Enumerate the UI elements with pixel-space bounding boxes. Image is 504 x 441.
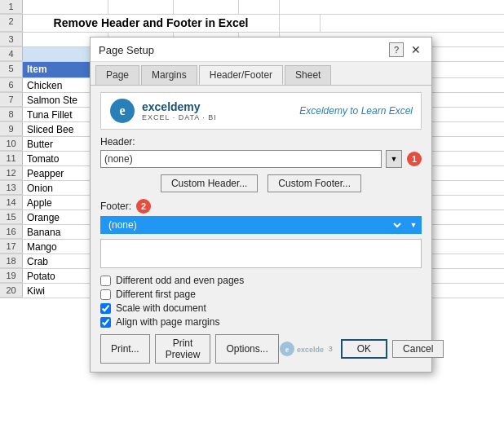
header-section: Header: (none) ▼ 1 [100,136,422,168]
bottom-left-buttons: Print... Print Preview Options... [100,334,279,364]
header-select-row: (none) ▼ 1 [100,150,422,168]
bottom-buttons: Print... Print Preview Options... e exce… [100,334,422,364]
logo-tagline: EXCEL · DATA · BI [142,113,217,121]
footer-select[interactable]: (none) [100,216,405,234]
checkbox-odd-even-input[interactable] [100,276,111,286]
footer-section: Footer: 2 (none) ▼ [100,199,422,234]
ok-button[interactable]: OK [341,339,387,359]
dialog-tabs: Page Margins Header/Footer Sheet [91,62,431,86]
row-num: 5 [0,62,23,77]
checkbox-odd-even: Different odd and even pages [100,275,422,286]
footer-select-row: (none) ▼ [100,216,422,234]
exceldemy-logo-icon: e [109,98,135,124]
header-label: Header: [100,136,422,148]
svg-text:exceldemy: exceldemy [297,346,324,354]
watermark-logo: e exceldemy [279,340,324,358]
custom-buttons-row: Custom Header... Custom Footer... [100,174,422,192]
step2-badge: 2 [136,199,151,214]
row-num: 3 [0,33,23,46]
svg-text:e: e [119,104,125,117]
footer-label: Footer: [100,201,131,212]
checkbox-first-page-input[interactable] [100,289,111,300]
logo-slogan: Exceldemy to Learn Excel [299,105,413,117]
row-num: 4 [0,47,23,61]
step3-badge-inline: 3 [329,345,333,353]
footer-dropdown-arrow[interactable]: ▼ [405,216,422,234]
help-button[interactable]: ? [389,42,404,57]
custom-header-button[interactable]: Custom Header... [161,174,258,192]
print-preview-button[interactable]: Print Preview [155,334,211,364]
print-button[interactable]: Print... [100,334,150,364]
step1-badge: 1 [407,152,422,166]
dialog-body: e exceldemy EXCEL · DATA · BI Exceldemy … [91,86,431,372]
dialog-title: Page Setup [99,44,154,56]
checkbox-scale: Scale with document [100,302,422,314]
checkbox-odd-even-label: Different odd and even pages [116,275,244,286]
close-button[interactable]: ✕ [409,42,423,57]
checkbox-first-page: Different first page [100,289,422,300]
checkbox-align-input[interactable] [100,317,111,328]
options-button[interactable]: Options... [215,334,278,364]
checkbox-first-page-label: Different first page [116,289,196,300]
logo-banner: e exceldemy EXCEL · DATA · BI Exceldemy … [100,92,422,130]
checkboxes-section: Different odd and even pages Different f… [100,275,422,328]
dialog-titlebar: Page Setup ? ✕ [91,37,431,62]
checkbox-align-label: Align with page margins [116,316,219,328]
page-setup-dialog: Page Setup ? ✕ Page Margins Header/Foote… [90,37,432,373]
logo-name: exceldemy [142,100,217,113]
titlebar-controls: ? ✕ [389,42,423,57]
checkbox-scale-label: Scale with document [116,302,206,314]
sheet-title: Remove Header and Footer in Excel [23,15,280,32]
cancel-button[interactable]: Cancel [392,340,444,358]
row-num: 1 [0,0,23,14]
tab-header-footer[interactable]: Header/Footer [199,65,283,85]
checkbox-scale-input[interactable] [100,303,111,314]
tab-page[interactable]: Page [95,65,139,85]
logo-left: e exceldemy EXCEL · DATA · BI [109,98,217,124]
footer-preview [100,239,422,268]
header-dropdown-arrow[interactable]: ▼ [386,150,402,168]
bottom-right-buttons: e exceldemy 3 OK Cancel [279,339,444,359]
checkbox-align: Align with page margins [100,316,422,328]
header-select[interactable]: (none) [100,150,382,168]
row-num: 2 [0,15,23,32]
tab-margins[interactable]: Margins [141,65,197,85]
tab-sheet[interactable]: Sheet [285,65,331,85]
custom-footer-button[interactable]: Custom Footer... [267,174,361,192]
svg-text:e: e [285,345,290,354]
